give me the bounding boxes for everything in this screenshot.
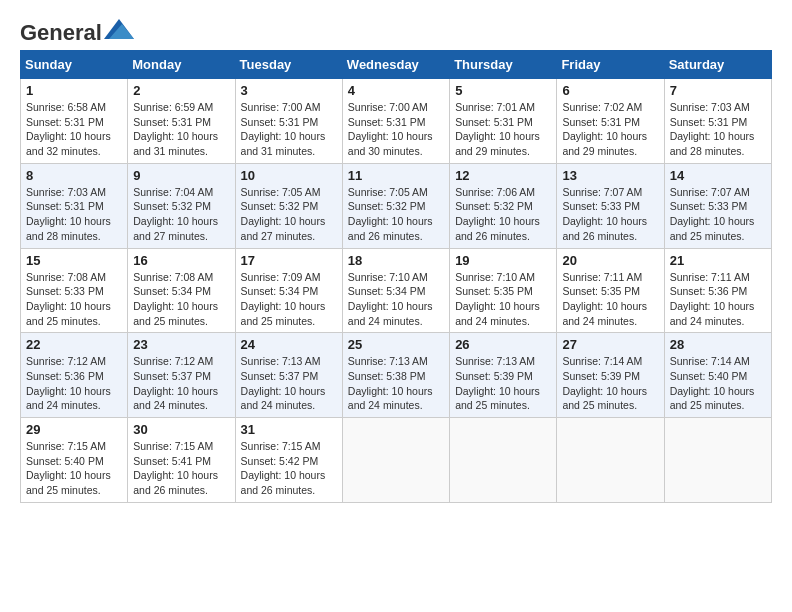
weekday-header-wednesday: Wednesday bbox=[342, 51, 449, 79]
day-number: 11 bbox=[348, 168, 444, 183]
calendar-cell: 2Sunrise: 6:59 AM Sunset: 5:31 PM Daylig… bbox=[128, 79, 235, 164]
day-info: Sunrise: 7:15 AM Sunset: 5:42 PM Dayligh… bbox=[241, 439, 337, 498]
day-number: 7 bbox=[670, 83, 766, 98]
page-header: General bbox=[20, 20, 772, 40]
day-number: 19 bbox=[455, 253, 551, 268]
day-number: 22 bbox=[26, 337, 122, 352]
day-number: 15 bbox=[26, 253, 122, 268]
day-number: 23 bbox=[133, 337, 229, 352]
day-info: Sunrise: 7:09 AM Sunset: 5:34 PM Dayligh… bbox=[241, 270, 337, 329]
calendar-cell: 16Sunrise: 7:08 AM Sunset: 5:34 PM Dayli… bbox=[128, 248, 235, 333]
calendar-cell: 7Sunrise: 7:03 AM Sunset: 5:31 PM Daylig… bbox=[664, 79, 771, 164]
day-number: 26 bbox=[455, 337, 551, 352]
calendar-cell: 9Sunrise: 7:04 AM Sunset: 5:32 PM Daylig… bbox=[128, 163, 235, 248]
calendar-body: 1Sunrise: 6:58 AM Sunset: 5:31 PM Daylig… bbox=[21, 79, 772, 503]
logo-icon bbox=[104, 19, 134, 39]
calendar-week-2: 8Sunrise: 7:03 AM Sunset: 5:31 PM Daylig… bbox=[21, 163, 772, 248]
day-number: 30 bbox=[133, 422, 229, 437]
calendar-cell bbox=[557, 418, 664, 503]
calendar-cell: 20Sunrise: 7:11 AM Sunset: 5:35 PM Dayli… bbox=[557, 248, 664, 333]
day-info: Sunrise: 7:14 AM Sunset: 5:39 PM Dayligh… bbox=[562, 354, 658, 413]
calendar-cell: 27Sunrise: 7:14 AM Sunset: 5:39 PM Dayli… bbox=[557, 333, 664, 418]
calendar-cell: 21Sunrise: 7:11 AM Sunset: 5:36 PM Dayli… bbox=[664, 248, 771, 333]
day-info: Sunrise: 7:11 AM Sunset: 5:35 PM Dayligh… bbox=[562, 270, 658, 329]
day-info: Sunrise: 7:15 AM Sunset: 5:40 PM Dayligh… bbox=[26, 439, 122, 498]
day-info: Sunrise: 6:58 AM Sunset: 5:31 PM Dayligh… bbox=[26, 100, 122, 159]
day-number: 1 bbox=[26, 83, 122, 98]
day-info: Sunrise: 7:05 AM Sunset: 5:32 PM Dayligh… bbox=[348, 185, 444, 244]
logo: General bbox=[20, 20, 134, 40]
calendar-cell: 13Sunrise: 7:07 AM Sunset: 5:33 PM Dayli… bbox=[557, 163, 664, 248]
calendar-cell: 11Sunrise: 7:05 AM Sunset: 5:32 PM Dayli… bbox=[342, 163, 449, 248]
day-number: 25 bbox=[348, 337, 444, 352]
calendar-cell: 31Sunrise: 7:15 AM Sunset: 5:42 PM Dayli… bbox=[235, 418, 342, 503]
day-number: 29 bbox=[26, 422, 122, 437]
day-number: 20 bbox=[562, 253, 658, 268]
day-info: Sunrise: 7:01 AM Sunset: 5:31 PM Dayligh… bbox=[455, 100, 551, 159]
calendar-cell: 5Sunrise: 7:01 AM Sunset: 5:31 PM Daylig… bbox=[450, 79, 557, 164]
calendar-cell: 8Sunrise: 7:03 AM Sunset: 5:31 PM Daylig… bbox=[21, 163, 128, 248]
calendar-week-1: 1Sunrise: 6:58 AM Sunset: 5:31 PM Daylig… bbox=[21, 79, 772, 164]
calendar-cell: 14Sunrise: 7:07 AM Sunset: 5:33 PM Dayli… bbox=[664, 163, 771, 248]
calendar-cell: 26Sunrise: 7:13 AM Sunset: 5:39 PM Dayli… bbox=[450, 333, 557, 418]
day-info: Sunrise: 7:11 AM Sunset: 5:36 PM Dayligh… bbox=[670, 270, 766, 329]
day-number: 27 bbox=[562, 337, 658, 352]
calendar-cell bbox=[450, 418, 557, 503]
calendar-cell: 1Sunrise: 6:58 AM Sunset: 5:31 PM Daylig… bbox=[21, 79, 128, 164]
day-number: 12 bbox=[455, 168, 551, 183]
day-number: 13 bbox=[562, 168, 658, 183]
calendar-cell: 28Sunrise: 7:14 AM Sunset: 5:40 PM Dayli… bbox=[664, 333, 771, 418]
weekday-header-tuesday: Tuesday bbox=[235, 51, 342, 79]
day-info: Sunrise: 7:00 AM Sunset: 5:31 PM Dayligh… bbox=[241, 100, 337, 159]
calendar-cell: 15Sunrise: 7:08 AM Sunset: 5:33 PM Dayli… bbox=[21, 248, 128, 333]
day-info: Sunrise: 7:03 AM Sunset: 5:31 PM Dayligh… bbox=[26, 185, 122, 244]
day-info: Sunrise: 7:14 AM Sunset: 5:40 PM Dayligh… bbox=[670, 354, 766, 413]
day-info: Sunrise: 7:03 AM Sunset: 5:31 PM Dayligh… bbox=[670, 100, 766, 159]
calendar-cell: 12Sunrise: 7:06 AM Sunset: 5:32 PM Dayli… bbox=[450, 163, 557, 248]
calendar-cell: 22Sunrise: 7:12 AM Sunset: 5:36 PM Dayli… bbox=[21, 333, 128, 418]
day-number: 18 bbox=[348, 253, 444, 268]
calendar-cell: 10Sunrise: 7:05 AM Sunset: 5:32 PM Dayli… bbox=[235, 163, 342, 248]
day-info: Sunrise: 7:07 AM Sunset: 5:33 PM Dayligh… bbox=[562, 185, 658, 244]
weekday-header-monday: Monday bbox=[128, 51, 235, 79]
day-number: 21 bbox=[670, 253, 766, 268]
weekday-header-saturday: Saturday bbox=[664, 51, 771, 79]
day-info: Sunrise: 7:05 AM Sunset: 5:32 PM Dayligh… bbox=[241, 185, 337, 244]
day-info: Sunrise: 7:10 AM Sunset: 5:34 PM Dayligh… bbox=[348, 270, 444, 329]
day-number: 2 bbox=[133, 83, 229, 98]
calendar-week-3: 15Sunrise: 7:08 AM Sunset: 5:33 PM Dayli… bbox=[21, 248, 772, 333]
calendar-cell: 30Sunrise: 7:15 AM Sunset: 5:41 PM Dayli… bbox=[128, 418, 235, 503]
day-info: Sunrise: 7:04 AM Sunset: 5:32 PM Dayligh… bbox=[133, 185, 229, 244]
day-info: Sunrise: 7:15 AM Sunset: 5:41 PM Dayligh… bbox=[133, 439, 229, 498]
calendar-cell: 24Sunrise: 7:13 AM Sunset: 5:37 PM Dayli… bbox=[235, 333, 342, 418]
day-info: Sunrise: 7:08 AM Sunset: 5:34 PM Dayligh… bbox=[133, 270, 229, 329]
day-info: Sunrise: 7:06 AM Sunset: 5:32 PM Dayligh… bbox=[455, 185, 551, 244]
day-info: Sunrise: 7:08 AM Sunset: 5:33 PM Dayligh… bbox=[26, 270, 122, 329]
calendar-week-4: 22Sunrise: 7:12 AM Sunset: 5:36 PM Dayli… bbox=[21, 333, 772, 418]
day-info: Sunrise: 7:00 AM Sunset: 5:31 PM Dayligh… bbox=[348, 100, 444, 159]
calendar-cell: 3Sunrise: 7:00 AM Sunset: 5:31 PM Daylig… bbox=[235, 79, 342, 164]
day-number: 31 bbox=[241, 422, 337, 437]
day-number: 5 bbox=[455, 83, 551, 98]
calendar-cell bbox=[342, 418, 449, 503]
calendar-cell: 23Sunrise: 7:12 AM Sunset: 5:37 PM Dayli… bbox=[128, 333, 235, 418]
day-number: 16 bbox=[133, 253, 229, 268]
day-info: Sunrise: 7:13 AM Sunset: 5:39 PM Dayligh… bbox=[455, 354, 551, 413]
day-number: 4 bbox=[348, 83, 444, 98]
day-info: Sunrise: 6:59 AM Sunset: 5:31 PM Dayligh… bbox=[133, 100, 229, 159]
calendar-cell: 17Sunrise: 7:09 AM Sunset: 5:34 PM Dayli… bbox=[235, 248, 342, 333]
weekday-header-sunday: Sunday bbox=[21, 51, 128, 79]
day-info: Sunrise: 7:07 AM Sunset: 5:33 PM Dayligh… bbox=[670, 185, 766, 244]
day-info: Sunrise: 7:10 AM Sunset: 5:35 PM Dayligh… bbox=[455, 270, 551, 329]
calendar-cell: 29Sunrise: 7:15 AM Sunset: 5:40 PM Dayli… bbox=[21, 418, 128, 503]
day-number: 3 bbox=[241, 83, 337, 98]
calendar-cell bbox=[664, 418, 771, 503]
day-number: 17 bbox=[241, 253, 337, 268]
day-number: 28 bbox=[670, 337, 766, 352]
calendar-table: SundayMondayTuesdayWednesdayThursdayFrid… bbox=[20, 50, 772, 503]
day-info: Sunrise: 7:13 AM Sunset: 5:37 PM Dayligh… bbox=[241, 354, 337, 413]
day-info: Sunrise: 7:02 AM Sunset: 5:31 PM Dayligh… bbox=[562, 100, 658, 159]
calendar-cell: 18Sunrise: 7:10 AM Sunset: 5:34 PM Dayli… bbox=[342, 248, 449, 333]
day-number: 9 bbox=[133, 168, 229, 183]
day-info: Sunrise: 7:13 AM Sunset: 5:38 PM Dayligh… bbox=[348, 354, 444, 413]
